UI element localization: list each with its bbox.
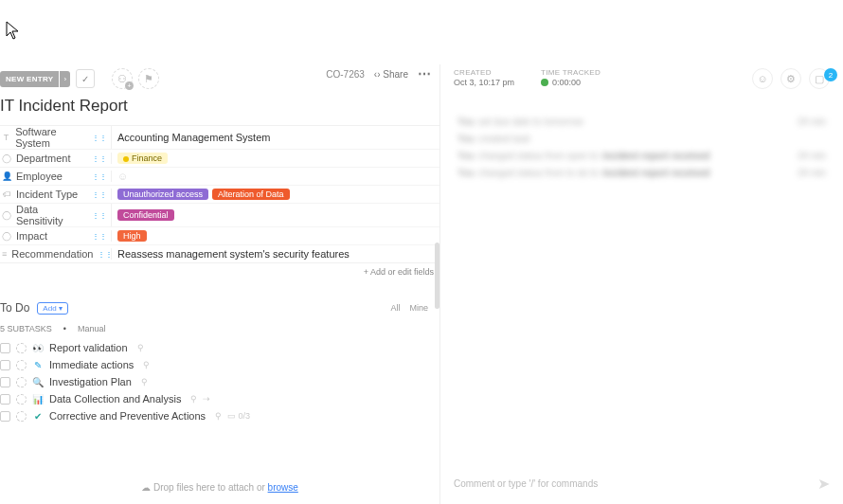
subtask-row[interactable]: ✔Corrective and Preventive Actions⚲▭ 0/3	[0, 407, 439, 424]
subtask-row[interactable]: ✎Immediate actions⚲	[0, 356, 439, 373]
subtask-extra[interactable]: ▭ 0/3	[227, 411, 250, 421]
new-entry-button[interactable]: NEW ENTRY	[0, 71, 59, 87]
subtask-row[interactable]: 📊Data Collection and Analysis⚲⇢	[0, 390, 439, 407]
watchers-button[interactable]: ☺	[752, 68, 773, 89]
subtask-checkbox[interactable]	[0, 377, 10, 387]
drag-handle-icon[interactable]: ⋮⋮	[92, 232, 107, 241]
tag-chip[interactable]: Finance	[117, 153, 168, 164]
drag-handle-icon[interactable]: ⋮⋮	[92, 190, 107, 199]
field-value[interactable]: Unauthorized accessAlteration of Data	[112, 186, 439, 203]
field-label[interactable]: 🏷Incident Type⋮⋮	[0, 189, 112, 200]
share-button[interactable]: ‹› Share	[374, 69, 408, 80]
tag-chip[interactable]: High	[117, 230, 147, 242]
field-name: Recommendation	[11, 248, 93, 260]
field-label[interactable]: ◯Data Sensitivity⋮⋮	[0, 204, 112, 226]
page-title[interactable]: IT Incident Report	[0, 93, 439, 125]
activity-row: You changed status from to do to inciden…	[457, 168, 826, 178]
drag-handle-icon[interactable]: ⋮⋮	[98, 250, 113, 259]
window-chrome-placeholder	[0, 0, 843, 64]
task-id[interactable]: CO-7263	[326, 69, 365, 80]
complete-task-button[interactable]: ✓	[76, 69, 95, 88]
activity-row: You set due date to tomorrow24 min	[457, 117, 826, 127]
subtask-extra[interactable]: ⚲	[141, 377, 148, 387]
play-icon[interactable]	[541, 79, 548, 86]
subtask-extra[interactable]: ⚲	[143, 360, 150, 369]
subtasks-list: 👀Report validation⚲✎Immediate actions⚲🔍I…	[0, 339, 439, 424]
cloud-upload-icon: ☁	[141, 482, 151, 493]
field-value[interactable]: Accounting Management System	[112, 129, 439, 146]
created-value: Oct 3, 10:17 pm	[454, 78, 514, 87]
field-value[interactable]: Reassess management system's security fe…	[112, 245, 439, 262]
field-row: ≡Recommendation⋮⋮Reassess management sys…	[0, 245, 439, 262]
add-subtask-button[interactable]: Add ▾	[37, 302, 67, 315]
field-row: 👤Employee⋮⋮☺	[0, 168, 439, 186]
created-label: CREATED	[454, 68, 514, 77]
field-value[interactable]: ☺	[112, 168, 439, 185]
subtask-icon: ✎	[32, 360, 44, 370]
subtask-name[interactable]: Report validation	[49, 342, 128, 353]
subtask-checkbox[interactable]	[0, 411, 10, 422]
field-type-icon: 🏷	[2, 189, 11, 199]
field-label[interactable]: ◯Department⋮⋮	[0, 153, 112, 164]
add-edit-fields-button[interactable]: + Add or edit fields	[0, 263, 439, 280]
field-value[interactable]: Finance	[112, 150, 439, 167]
field-name: Department	[16, 153, 70, 164]
notification-badge[interactable]: 2	[824, 68, 837, 81]
subtask-name[interactable]: Corrective and Preventive Actions	[49, 410, 206, 422]
subtask-row[interactable]: 👀Report validation⚲	[0, 339, 439, 356]
expand-icon: ▢	[815, 73, 824, 85]
time-tracked-meta[interactable]: TIME TRACKED 0:00:00	[541, 68, 601, 87]
drag-handle-icon[interactable]: ⋮⋮	[92, 172, 107, 181]
subtask-extra[interactable]: ⚲	[137, 343, 144, 352]
field-label[interactable]: 👤Employee⋮⋮	[0, 171, 112, 182]
subtask-status-circle[interactable]	[16, 377, 27, 387]
assignee-button[interactable]: ⚇ +	[112, 68, 133, 89]
field-value[interactable]: Confidential	[112, 207, 439, 224]
subtasks-sort-manual[interactable]: Manual	[78, 324, 106, 333]
subtask-status-circle[interactable]	[16, 411, 27, 422]
drag-handle-icon[interactable]: ⋮⋮	[92, 134, 107, 142]
scrollbar[interactable]	[435, 112, 439, 438]
field-name: Software System	[15, 126, 87, 149]
subtask-checkbox[interactable]	[0, 394, 10, 405]
browse-link[interactable]: browse	[268, 482, 298, 493]
send-icon[interactable]: ➤	[817, 475, 830, 493]
attachment-dropzone[interactable]: ☁ Drop files here to attach or browse	[0, 477, 439, 498]
tag-chip[interactable]: Confidential	[117, 209, 174, 221]
priority-flag-button[interactable]: ⚑	[138, 68, 159, 89]
field-label[interactable]: ◯Impact⋮⋮	[0, 230, 112, 242]
plus-icon: +	[125, 81, 134, 90]
field-row: ◯Department⋮⋮Finance	[0, 150, 439, 168]
subtask-extra[interactable]: ⚲	[190, 394, 197, 404]
filter-all[interactable]: All	[390, 303, 400, 313]
field-label[interactable]: TSoftware System⋮⋮	[0, 126, 112, 149]
main-panel: NEW ENTRY › ✓ ⚇ + ⚑ CO-7263 ‹› Share ⋯ I…	[0, 64, 440, 504]
subtask-status-circle[interactable]	[16, 343, 27, 353]
subtask-extra[interactable]: ⇢	[203, 394, 210, 404]
person-icon: ☺	[757, 73, 767, 84]
drag-handle-icon[interactable]: ⋮⋮	[92, 211, 107, 220]
subtask-name[interactable]: Investigation Plan	[49, 376, 132, 387]
field-row: ◯Impact⋮⋮High	[0, 227, 439, 245]
subtask-extra[interactable]: ⚲	[215, 411, 222, 421]
field-value[interactable]: High	[112, 227, 439, 244]
tag-chip[interactable]: Unauthorized access	[117, 189, 208, 200]
subtask-status-circle[interactable]	[16, 394, 27, 405]
settings-circle-button[interactable]: ⚙	[780, 68, 801, 89]
subtask-name[interactable]: Data Collection and Analysis	[49, 393, 181, 405]
more-menu-button[interactable]: ⋯	[418, 66, 432, 81]
field-name: Incident Type	[16, 189, 78, 200]
subtask-status-circle[interactable]	[16, 360, 27, 370]
field-label[interactable]: ≡Recommendation⋮⋮	[0, 248, 112, 260]
subtask-checkbox[interactable]	[0, 360, 10, 370]
subtask-checkbox[interactable]	[0, 343, 10, 353]
comment-input[interactable]: Comment or type '/' for commands ➤	[450, 468, 834, 498]
filter-mine[interactable]: Mine	[409, 303, 428, 313]
new-entry-dropdown[interactable]: ›	[60, 71, 70, 87]
tag-chip[interactable]: Alteration of Data	[212, 189, 290, 200]
drag-handle-icon[interactable]: ⋮⋮	[92, 154, 107, 163]
custom-fields-table: TSoftware System⋮⋮Accounting Management …	[0, 125, 439, 263]
time-tracked-value: 0:00:00	[552, 78, 581, 87]
subtask-row[interactable]: 🔍Investigation Plan⚲	[0, 373, 439, 390]
subtask-name[interactable]: Immediate actions	[49, 359, 134, 370]
